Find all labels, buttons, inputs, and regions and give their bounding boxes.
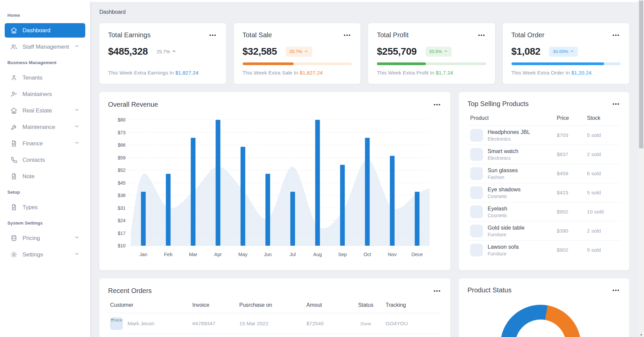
sidebar-item-label: Tenants [22, 75, 43, 81]
product-price: $459 [557, 171, 587, 177]
sidebar-item-pricing[interactable]: Pricing [5, 231, 85, 245]
scrollbar-down-arrow[interactable]: ▼ [638, 333, 644, 337]
orders-column-header: Amout [306, 302, 346, 308]
x-tick-label: Nov [388, 252, 397, 257]
stat-card-menu-button[interactable]: ••• [612, 31, 621, 39]
product-row: Eyelash Cosmetic $902 10 sold [467, 202, 621, 222]
file-icon [10, 173, 17, 180]
sidebar-item-label: Real Estate [22, 107, 52, 114]
recent-orders-title: Recent Orders [108, 287, 152, 295]
stat-card-menu-button[interactable]: ••• [209, 31, 217, 39]
caret-up-icon [304, 49, 308, 54]
product-status-title: Product Status [467, 286, 511, 294]
y-tick-label: $45 [118, 180, 126, 186]
product-category: Cosmetic [488, 213, 507, 218]
page-scrollbar[interactable]: ▼ [638, 0, 644, 337]
sidebar-item-label: Dashboard [22, 27, 50, 34]
chevron-down-icon [74, 140, 80, 145]
product-category: Electronics [488, 155, 518, 161]
product-stock: 10 sold [587, 209, 618, 215]
breadcrumb: Dashboard [99, 0, 629, 15]
chevron-down-icon [74, 235, 80, 240]
change-badge: 30.00% [549, 47, 578, 57]
caret-up-icon [570, 49, 574, 54]
overall-revenue-card: Overall Revenue ••• $80$73$66$59$52$45$3… [99, 92, 450, 270]
revenue-bar [315, 120, 320, 246]
top-products-title: Top Selling Products [467, 100, 529, 108]
sidebar-item-real-estate[interactable]: Real Estate [5, 103, 85, 118]
order-row [108, 334, 442, 337]
product-thumbnail [470, 205, 483, 218]
chevron-down-icon [74, 43, 80, 50]
sidebar-item-maintainers[interactable]: Maintainers [5, 87, 85, 101]
scrollbar-thumb[interactable] [639, 1, 643, 148]
product-category: Electronics [488, 136, 530, 142]
sidebar-item-label: Settings [22, 251, 43, 258]
stat-card-total-profit: Total Profit ••• $255,709 20.5% This Wee… [368, 23, 495, 84]
order-purchase-date: 15 Mar 2022 [239, 321, 306, 327]
stat-card-title: Total Profit [377, 31, 408, 39]
chevron-down-icon [74, 107, 80, 112]
chevron-down-icon [74, 43, 80, 49]
revenue-bar [241, 147, 245, 246]
revenue-bar [265, 174, 270, 246]
product-stock: 6 sold [587, 171, 618, 177]
stat-card-menu-button[interactable]: ••• [343, 31, 352, 39]
product-name: Gold side table [488, 225, 525, 231]
user-check-icon [10, 91, 17, 98]
x-tick-label: Dece [411, 252, 423, 257]
caret-up-icon [172, 49, 176, 53]
sidebar-item-staff-management[interactable]: Staff Management [5, 40, 85, 54]
file-icon [10, 204, 17, 211]
product-stock: 2 sold [587, 151, 618, 157]
middle-row: Overall Revenue ••• $80$73$66$59$52$45$3… [99, 92, 629, 270]
sidebar-item-dashboard[interactable]: Dashboard [5, 23, 85, 38]
product-price: $837 [557, 151, 587, 157]
order-row: rece Mark Jecon #4789347 15 Mar 2022 $72… [108, 313, 442, 334]
y-tick-label: $66 [118, 142, 126, 148]
revenue-bar-chart: $80$73$66$59$52$45$38$31$24$17$10JanFebM… [108, 113, 442, 263]
order-tracking: GO4YOU [386, 321, 440, 327]
recent-orders-menu-button[interactable]: ••• [433, 287, 442, 295]
x-tick-label: Oct [363, 252, 371, 257]
sidebar-item-label: Finance [22, 140, 43, 147]
order-amount: $72545 [306, 321, 346, 327]
stat-card-menu-button[interactable]: ••• [478, 31, 486, 39]
overall-revenue-menu-button[interactable]: ••• [433, 101, 442, 108]
stat-footer-amount: $1,827.24 [300, 70, 323, 76]
sidebar-section-label: System Settings [0, 216, 90, 229]
product-category: Furniture [488, 251, 519, 256]
gear-icon [10, 251, 17, 258]
sidebar-item-settings[interactable]: Settings [5, 247, 85, 262]
sidebar-item-finance[interactable]: Finance [5, 136, 85, 151]
order-invoice: #4789347 [192, 321, 239, 327]
top-products-menu-button[interactable]: ••• [612, 100, 621, 108]
sidebar-section-label: Setup [0, 186, 90, 198]
stat-value: $255,709 [377, 46, 417, 57]
revenue-bar [290, 192, 295, 246]
orders-column-header: Invoice [192, 302, 239, 308]
y-tick-label: $80 [118, 117, 126, 123]
orders-column-header: Customer [110, 302, 192, 308]
stat-value: $32,585 [243, 46, 277, 57]
revenue-bar [340, 165, 345, 246]
chevron-down-icon [74, 107, 80, 114]
sidebar-item-contacts[interactable]: Contacts [5, 153, 85, 167]
sidebar-item-tenants[interactable]: Tenants [5, 70, 85, 85]
revenue-bar [415, 192, 419, 246]
x-tick-label: Apr [214, 252, 222, 257]
product-status-menu-button[interactable]: ••• [612, 286, 621, 294]
sidebar-item-types[interactable]: Types [5, 200, 85, 214]
product-thumbnail [470, 225, 483, 237]
orders-column-header: Status [346, 302, 386, 308]
sidebar: HomeDashboardStaff ManagementBusiness Ma… [0, 0, 90, 337]
sidebar-item-note[interactable]: Note [5, 169, 85, 184]
chevron-down-icon [74, 251, 80, 258]
x-tick-label: Jun [264, 252, 271, 257]
sidebar-item-label: Maintenance [22, 124, 55, 131]
progress-fill [243, 62, 294, 65]
app-root: HomeDashboardStaff ManagementBusiness Ma… [0, 0, 644, 337]
stat-card-title: Total Order [511, 31, 545, 39]
sidebar-item-maintenance[interactable]: Maintenance [5, 120, 85, 134]
product-price: $902 [557, 209, 587, 215]
